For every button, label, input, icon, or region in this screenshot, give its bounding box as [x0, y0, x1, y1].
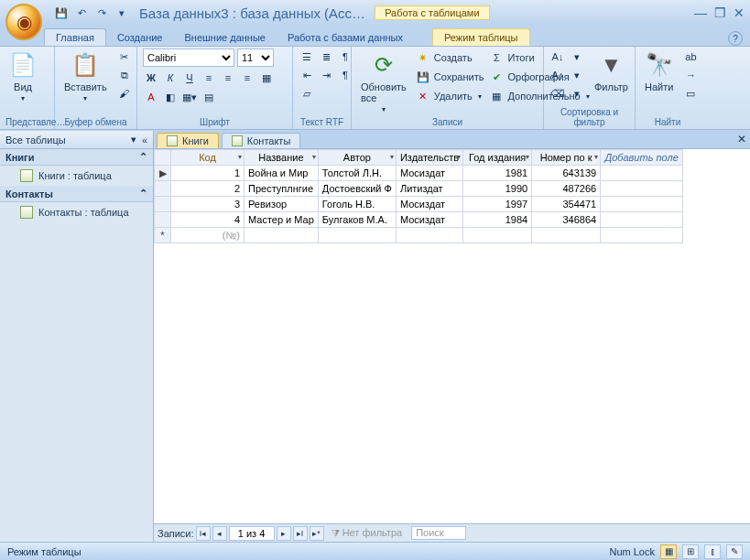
column-dropdown-icon[interactable]: ▾ [238, 153, 242, 161]
cell-code[interactable]: 2 [171, 181, 245, 197]
column-dropdown-icon[interactable]: ▾ [457, 153, 461, 161]
cut-icon[interactable]: ✂ [116, 48, 133, 65]
align-center-icon[interactable]: ≡ [220, 70, 236, 86]
filter-indicator[interactable]: ⧩ Нет фильтра [332, 527, 403, 539]
view-design-icon[interactable]: ✎ [726, 544, 743, 559]
cell-publisher[interactable]: Мосиздат [396, 197, 462, 212]
table-row[interactable]: 3РевизорГоголь Н.В.Мосиздат1997354471 [155, 197, 683, 212]
cell-year[interactable]: 1984 [463, 212, 532, 228]
row-selector[interactable] [155, 212, 171, 228]
filter-button[interactable]: ▼ Фильтр [591, 48, 632, 94]
qat-save-icon[interactable]: 💾 [53, 5, 70, 21]
highlight-icon[interactable]: ▱ [299, 85, 315, 102]
cell-year[interactable]: 1997 [463, 197, 532, 212]
paste-button[interactable]: 📋 Вставить ▾ [60, 48, 111, 104]
nav-item-books-table[interactable]: Книги : таблица [0, 166, 153, 186]
table-row[interactable]: 4Мастер и МарБулгаков М.А.Мосиздат198434… [155, 212, 683, 228]
view-button[interactable]: 📄 Вид ▾ [5, 48, 40, 104]
cell-catalog[interactable]: 487266 [532, 181, 601, 197]
cell-name[interactable]: Мастер и Мар [245, 212, 319, 228]
gridlines-icon[interactable]: ▦ [258, 70, 275, 86]
column-header-publisher[interactable]: Издательств▾ [396, 150, 462, 166]
replace-icon[interactable]: ab [682, 48, 699, 65]
chevron-down-icon[interactable]: ▾ [131, 134, 136, 145]
qat-customize-icon[interactable]: ▾ [114, 5, 130, 21]
close-button[interactable]: ✕ [734, 5, 745, 20]
cell-name[interactable]: Ревизор [245, 197, 319, 212]
ribbon-tab-datasheet[interactable]: Режим таблицы [432, 28, 530, 46]
cell-catalog[interactable]: 346864 [532, 212, 601, 228]
row-selector[interactable]: * [155, 228, 171, 243]
close-tab-icon[interactable]: ✕ [737, 133, 746, 145]
cell-name[interactable]: Война и Мир [245, 166, 319, 181]
column-dropdown-icon[interactable]: ▾ [390, 153, 394, 161]
navigation-pane-header[interactable]: Все таблицы ▾ « [0, 131, 153, 149]
cell-code[interactable]: 1 [171, 166, 245, 181]
bold-button[interactable]: Ж [143, 70, 159, 86]
increase-indent-icon[interactable]: ⇥ [318, 67, 334, 83]
column-dropdown-icon[interactable]: ▾ [594, 153, 598, 161]
ribbon-tab-database-tools[interactable]: Работа с базами данных [277, 29, 414, 46]
record-position-input[interactable] [229, 526, 275, 541]
column-header-year[interactable]: Год издания▾ [463, 150, 532, 166]
collapse-icon[interactable]: ⌃ [139, 151, 147, 163]
next-record-button[interactable]: ▸ [277, 526, 291, 541]
fill-color-icon[interactable]: ◧ [162, 89, 179, 105]
nav-group-books[interactable]: Книги ⌃ [0, 149, 153, 166]
select-icon[interactable]: ▭ [682, 85, 699, 102]
view-pivotchart-icon[interactable]: ⫿ [704, 544, 721, 559]
column-dropdown-icon[interactable]: ▾ [526, 153, 529, 161]
font-color-icon[interactable]: A [143, 89, 159, 105]
cell-code[interactable]: 3 [171, 197, 245, 212]
new-record-row[interactable]: *(№) [155, 228, 683, 243]
search-box[interactable]: Поиск [411, 526, 466, 540]
cell-add[interactable] [601, 212, 683, 228]
clear-sort-icon[interactable]: ⌫ [549, 85, 566, 102]
cell-author[interactable]: Достоевский Ф [318, 181, 396, 197]
view-datasheet-icon[interactable]: ▦ [660, 544, 677, 559]
align-left-icon[interactable]: ≡ [201, 70, 217, 86]
save-record-button[interactable]: 💾Сохранить [416, 68, 484, 86]
column-header-add-field[interactable]: Добавить поле [601, 150, 683, 166]
underline-button[interactable]: Ч [181, 70, 198, 86]
cell-author[interactable]: Булгаков М.А. [318, 212, 396, 228]
prev-record-button[interactable]: ◂ [212, 526, 227, 541]
format-painter-icon[interactable]: 🖌 [116, 85, 133, 102]
column-header-author[interactable]: Автор▾ [318, 150, 396, 166]
numbering-icon[interactable]: ≣ [318, 48, 334, 65]
doc-tab-books[interactable]: Книги [157, 133, 219, 148]
ribbon-tab-external-data[interactable]: Внешние данные [174, 29, 277, 46]
cell-publisher[interactable]: Мосиздат [396, 212, 462, 228]
qat-redo-icon[interactable]: ↷ [93, 5, 110, 21]
doc-tab-contacts[interactable]: Контакты [222, 133, 301, 148]
column-header-code[interactable]: Код▾ [171, 150, 245, 166]
italic-button[interactable]: К [162, 70, 179, 86]
cell-author[interactable]: Гоголь Н.В. [318, 197, 396, 212]
column-dropdown-icon[interactable]: ▾ [312, 153, 316, 161]
toggle-filter-icon[interactable]: ▾ [569, 85, 585, 102]
collapse-icon[interactable]: ⌃ [139, 188, 147, 199]
cell-publisher[interactable]: Мосиздат [396, 166, 462, 181]
cell-add[interactable] [601, 181, 683, 197]
help-icon[interactable]: ? [728, 31, 743, 46]
align-right-icon[interactable]: ≡ [239, 70, 255, 86]
nav-group-contacts[interactable]: Контакты ⌃ [0, 186, 153, 202]
refresh-all-button[interactable]: ⟳ Обновить все ▾ [357, 48, 410, 115]
goto-icon[interactable]: → [682, 67, 699, 83]
minimize-button[interactable]: — [694, 5, 707, 20]
new-record-nav-button[interactable]: ▸* [310, 526, 324, 541]
ribbon-tab-create[interactable]: Создание [106, 29, 174, 46]
cell-add[interactable] [601, 197, 683, 212]
copy-icon[interactable]: ⧉ [116, 67, 133, 83]
sort-asc-icon[interactable]: A↓ [549, 48, 566, 65]
cell-code[interactable]: 4 [171, 212, 245, 228]
find-button[interactable]: 🔭 Найти [641, 48, 677, 94]
cell-code[interactable]: (№) [171, 228, 245, 243]
datasheet[interactable]: Код▾ Название▾ Автор▾ Издательств▾ Год и… [154, 149, 750, 523]
select-all-cell[interactable] [155, 150, 171, 166]
row-selector[interactable] [155, 197, 171, 212]
sort-desc-icon[interactable]: A↑ [549, 67, 566, 83]
office-button[interactable]: ◉ [5, 4, 42, 40]
qat-undo-icon[interactable]: ↶ [73, 5, 90, 21]
table-row[interactable]: ▶1Война и МирТолстой Л.Н.Мосиздат1981643… [155, 166, 683, 181]
